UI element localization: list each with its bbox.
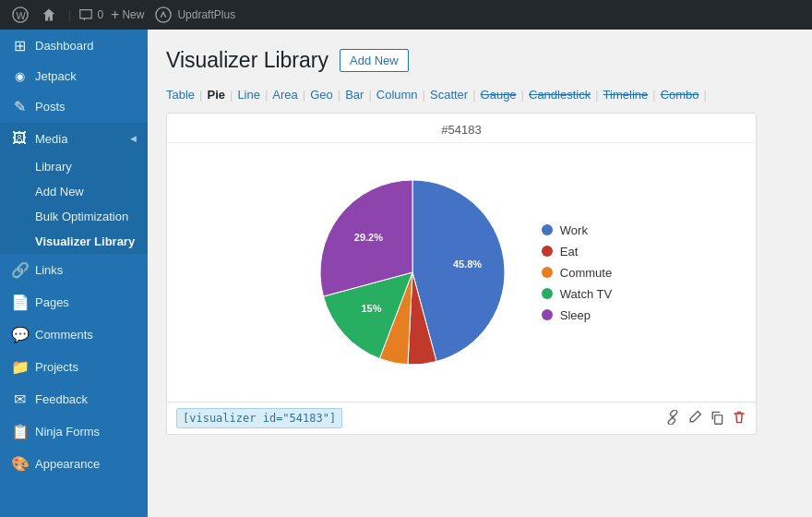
sidebar-item-posts[interactable]: ✎ Posts — [0, 90, 148, 123]
svg-text:15%: 15% — [361, 303, 381, 314]
legend-dot-work — [542, 224, 553, 235]
page-header: Visualizer Library Add New — [166, 48, 794, 73]
appearance-icon: 🎨 — [11, 455, 28, 473]
sidebar-item-jetpack[interactable]: ◉ Jetpack — [0, 62, 148, 90]
tab-candlestick[interactable]: Candlestick — [529, 88, 591, 102]
legend-dot-watch-tv — [542, 288, 553, 299]
chart-card: #54183 45.8%15%29.2% Work Eat — [166, 113, 757, 435]
copy-chart-button[interactable] — [710, 410, 724, 427]
svg-rect-7 — [715, 415, 722, 424]
sidebar-item-ninja-forms[interactable]: 📋 Ninja Forms — [0, 415, 148, 448]
legend-commute: Commute — [542, 266, 612, 280]
tab-gauge[interactable]: Gauge — [481, 88, 517, 102]
home-icon[interactable] — [37, 3, 61, 27]
projects-icon: 📁 — [11, 358, 28, 376]
sidebar-item-links[interactable]: 🔗 Links — [0, 254, 148, 286]
sidebar-item-comments[interactable]: 💬 Comments — [0, 319, 148, 351]
tab-line[interactable]: Line — [237, 88, 260, 102]
submenu-bulk-optimization[interactable]: Bulk Optimization — [0, 204, 148, 229]
comments-menu-icon: 💬 — [11, 326, 28, 343]
delete-chart-button[interactable] — [732, 410, 746, 427]
legend-label-watch-tv: Watch TV — [560, 287, 612, 301]
svg-text:45.8%: 45.8% — [453, 258, 482, 270]
comment-count: 0 — [97, 8, 103, 21]
legend-dot-eat — [542, 246, 553, 257]
comments-icon[interactable]: 0 — [78, 8, 103, 21]
chart-footer: [visualizer id="54183"] — [167, 402, 756, 434]
dashboard-icon: ⊞ — [11, 37, 28, 54]
pie-chart: 45.8%15%29.2% — [311, 171, 514, 374]
svg-text:W: W — [17, 10, 27, 21]
sidebar-item-pages[interactable]: 📄 Pages — [0, 286, 148, 319]
pie-chart-container: 45.8%15%29.2% Work Eat Commute — [311, 171, 612, 374]
sidebar-item-projects[interactable]: 📁 Projects — [0, 351, 148, 383]
sidebar-item-media[interactable]: 🖼 Media — [0, 123, 148, 154]
chart-id-title: #54183 — [167, 114, 756, 143]
pages-icon: 📄 — [11, 294, 28, 311]
legend-label-sleep: Sleep — [560, 308, 591, 322]
new-label: New — [122, 8, 144, 21]
jetpack-icon: ◉ — [11, 69, 28, 83]
link-chart-button[interactable] — [665, 410, 680, 427]
sidebar-item-feedback[interactable]: ✉ Feedback — [0, 383, 148, 415]
admin-bar: W | 0 + New UpdraftPlus — [0, 0, 812, 30]
legend-label-eat: Eat — [560, 245, 579, 258]
legend-dot-sleep — [542, 309, 553, 320]
media-submenu: Library Add New Bulk Optimization Visual… — [0, 154, 148, 254]
tab-bar[interactable]: Bar — [345, 88, 364, 102]
updraftplus-menu[interactable]: UpdraftPlus — [155, 6, 235, 23]
add-new-button[interactable]: Add New — [340, 49, 409, 72]
submenu-visualizer-library[interactable]: Visualizer Library — [0, 229, 148, 254]
ninja-forms-icon: 📋 — [11, 423, 28, 440]
updraft-label: UpdraftPlus — [177, 8, 235, 21]
chart-type-tabs: Table | Pie | Line | Area | Geo | Bar | … — [166, 88, 794, 102]
legend-label-work: Work — [560, 223, 588, 237]
legend-work: Work — [542, 223, 612, 237]
posts-icon: ✎ — [11, 98, 28, 115]
main-content: Visualizer Library Add New Table | Pie |… — [148, 30, 812, 517]
tab-geo[interactable]: Geo — [310, 88, 333, 102]
svg-text:29.2%: 29.2% — [354, 232, 383, 243]
tab-scatter[interactable]: Scatter — [430, 88, 468, 102]
edit-chart-button[interactable] — [687, 410, 702, 427]
new-content-menu[interactable]: + New — [111, 6, 144, 23]
feedback-icon: ✉ — [11, 391, 28, 408]
tab-pie[interactable]: Pie — [207, 88, 225, 102]
legend-dot-commute — [542, 267, 553, 278]
sidebar-item-appearance[interactable]: 🎨 Appearance — [0, 448, 148, 480]
legend-eat: Eat — [542, 245, 612, 258]
wp-logo-icon[interactable]: W — [7, 2, 33, 28]
links-icon: 🔗 — [11, 261, 28, 279]
svg-point-2 — [156, 7, 171, 22]
chart-visualization-area: 45.8%15%29.2% Work Eat Commute — [167, 143, 756, 402]
submenu-add-new[interactable]: Add New — [0, 179, 148, 204]
tab-area[interactable]: Area — [272, 88, 297, 102]
chart-legend: Work Eat Commute Watch TV — [542, 223, 612, 322]
sidebar-item-dashboard[interactable]: ⊞ Dashboard — [0, 30, 148, 62]
tab-column[interactable]: Column — [376, 88, 418, 102]
legend-watch-tv: Watch TV — [542, 287, 612, 301]
media-icon: 🖼 — [11, 130, 28, 147]
tab-timeline[interactable]: Timeline — [603, 88, 649, 102]
submenu-library[interactable]: Library — [0, 154, 148, 179]
page-title: Visualizer Library — [166, 48, 328, 73]
legend-sleep: Sleep — [542, 308, 612, 322]
chart-action-buttons — [665, 410, 746, 427]
shortcode-display[interactable]: [visualizer id="54183"] — [176, 408, 342, 428]
legend-label-commute: Commute — [560, 266, 612, 280]
sidebar: ⊞ Dashboard ◉ Jetpack ✎ Posts 🖼 Media Li… — [0, 30, 148, 517]
tab-combo[interactable]: Combo — [661, 88, 699, 102]
tab-table[interactable]: Table — [166, 88, 195, 102]
